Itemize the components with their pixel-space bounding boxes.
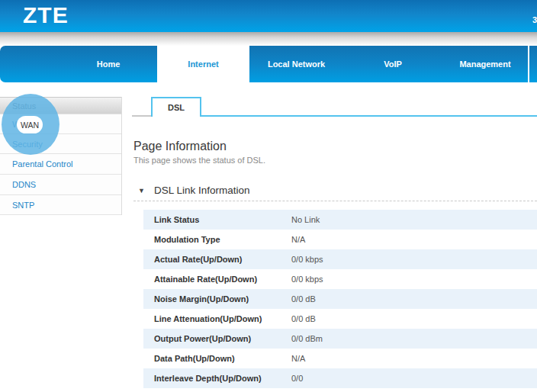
sidebar-item-ddns[interactable]: DDNS xyxy=(0,175,121,195)
main-nav: Home Internet Local Network VoIP Managem… xyxy=(0,46,537,82)
nav-tab-home[interactable]: Home xyxy=(0,46,157,82)
tabbar-baseline-left xyxy=(132,115,151,117)
table-row: Modulation Type N/A xyxy=(143,230,537,249)
row-label: Noise Margin(Up/Down) xyxy=(143,294,291,304)
top-header-bar: ZTE 3 xyxy=(0,0,537,32)
highlighted-wan-label: WAN xyxy=(21,120,39,130)
row-value: 0/0 dB xyxy=(291,314,316,323)
nav-tab-internet-label: Internet xyxy=(188,59,218,69)
sidebar-item-ddns-label: DDNS xyxy=(12,180,36,189)
nav-tab-local-network-label: Local Network xyxy=(268,59,325,69)
nav-tab-local-network[interactable]: Local Network xyxy=(249,46,343,82)
nav-bar-edge-segment xyxy=(529,46,537,82)
row-value: 0/0 dB xyxy=(291,294,316,304)
header-corner-text: 3 xyxy=(532,15,537,24)
row-value: 0/0 xyxy=(291,374,303,383)
zte-logo: ZTE xyxy=(23,2,69,28)
row-value: N/A xyxy=(291,235,305,244)
row-value: No Link xyxy=(291,215,320,224)
row-value: N/A xyxy=(291,354,305,363)
page: ZTE 3 Home Internet Local Network VoIP M… xyxy=(0,0,537,392)
nav-tab-management[interactable]: Management xyxy=(442,46,528,82)
row-label: Interleave Depth(Up/Down) xyxy=(143,374,291,383)
row-label: Actual Rate(Up/Down) xyxy=(143,255,291,264)
table-row: Interleave Depth(Up/Down) 0/0 xyxy=(143,368,537,388)
sidebar-item-sntp[interactable]: SNTP xyxy=(0,195,121,215)
table-row: Noise Margin(Up/Down) 0/0 dB xyxy=(143,289,537,309)
row-label: Attainable Rate(Up/Down) xyxy=(143,275,291,284)
tabbar-baseline xyxy=(151,115,537,117)
row-label: Data Path(Up/Down) xyxy=(143,354,291,363)
header-gloss-divider xyxy=(0,32,537,46)
row-value: 0/0 dBm xyxy=(291,334,323,343)
tab-dsl[interactable]: DSL xyxy=(151,97,201,117)
row-value: 0/0 kbps xyxy=(291,255,323,264)
page-title: Page Information xyxy=(133,140,227,153)
nav-tab-internet[interactable]: Internet xyxy=(157,46,249,82)
table-row: Attainable Rate(Up/Down) 0/0 kbps xyxy=(143,269,537,289)
sidebar-item-parental-control-label: Parental Control xyxy=(12,159,73,169)
section-header-dsl-link-info[interactable]: ▼ DSL Link Information xyxy=(138,185,249,196)
collapse-triangle-icon: ▼ xyxy=(138,187,145,194)
page-description: This page shows the status of DSL. xyxy=(133,156,265,165)
table-row: Output Power(Up/Down) 0/0 dBm xyxy=(143,329,537,349)
row-label: Link Status xyxy=(143,215,291,224)
nav-tab-management-label: Management xyxy=(459,59,510,69)
table-row: Actual Rate(Up/Down) 0/0 kbps xyxy=(143,249,537,269)
sidebar-item-parental-control[interactable]: Parental Control xyxy=(0,154,121,175)
section-title: DSL Link Information xyxy=(154,185,250,196)
nav-tab-voip[interactable]: VoIP xyxy=(343,46,442,82)
sidebar-item-sntp-label: SNTP xyxy=(12,201,34,210)
row-label: Line Attenuation(Up/Down) xyxy=(143,314,291,323)
table-row: Data Path(Up/Down) N/A xyxy=(143,349,537,368)
nav-tab-home-label: Home xyxy=(97,59,121,69)
row-value: 0/0 kbps xyxy=(291,275,323,284)
dsl-link-info-table: Link Status No Link Modulation Type N/A … xyxy=(143,210,537,388)
highlighted-wan-pill[interactable]: WAN xyxy=(17,116,43,133)
row-label: Modulation Type xyxy=(143,235,291,244)
table-row: Line Attenuation(Up/Down) 0/0 dB xyxy=(143,309,537,329)
section-divider xyxy=(133,201,537,201)
nav-tab-voip-label: VoIP xyxy=(384,59,402,69)
row-label: Output Power(Up/Down) xyxy=(143,334,291,343)
tab-dsl-label: DSL xyxy=(168,103,185,112)
table-row: Link Status No Link xyxy=(143,210,537,230)
